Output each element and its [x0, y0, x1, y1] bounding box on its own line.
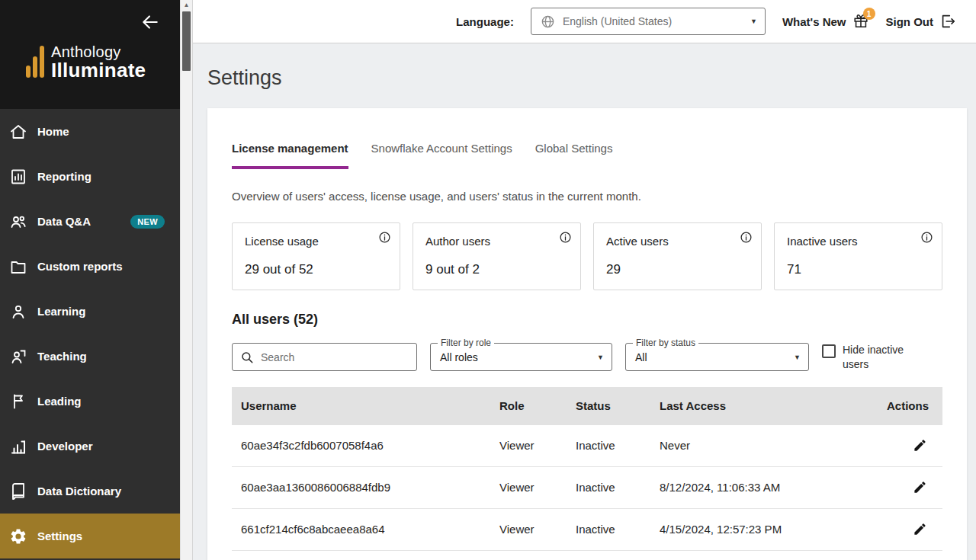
column-header-status: Status [573, 399, 657, 412]
cell-username: 661cf214cf6c8abcaeea8a64 [232, 523, 496, 536]
vertical-scrollbar[interactable]: ▲ [180, 0, 193, 560]
table-header-row: UsernameRoleStatusLast AccessActions [232, 387, 942, 425]
table-row: 60ae3aa1360086006884fdb9ViewerInactive8/… [232, 467, 942, 509]
sidebar-item-label: Home [37, 125, 69, 138]
sidebar-item-label: Data Dictionary [37, 485, 121, 498]
filter-by-status-select[interactable]: Filter by status All ▼ [625, 343, 809, 371]
search-icon [240, 350, 254, 364]
sidebar-item-leading[interactable]: Leading [0, 379, 180, 424]
gift-icon: 1 [852, 13, 869, 30]
filter-by-status-label: Filter by status [633, 338, 698, 348]
hide-inactive-checkbox[interactable] [822, 344, 836, 358]
teaching-icon [9, 347, 27, 366]
edit-user-button[interactable] [911, 520, 929, 538]
sidebar-item-settings[interactable]: Settings [0, 514, 180, 558]
tab-snowflake-account-settings[interactable]: Snowflake Account Settings [371, 142, 512, 169]
sidebar-item-developer[interactable]: Developer [0, 424, 180, 469]
cell-role: Viewer [496, 523, 573, 536]
learning-icon [9, 302, 27, 321]
tab-description: Overview of users' access, license usage… [232, 190, 942, 203]
info-icon[interactable] [378, 231, 391, 244]
column-header-actions: Actions [877, 399, 942, 412]
language-value: English (United States) [563, 15, 672, 27]
sidebar-item-label: Developer [37, 440, 93, 453]
stat-label: Active users [606, 235, 749, 248]
edit-user-button[interactable] [911, 478, 929, 496]
collapse-sidebar-arrow-icon[interactable] [140, 12, 160, 32]
brand-logo: Anthology Illuminate [26, 44, 146, 81]
cell-status: Inactive [573, 481, 657, 494]
stat-value: 9 out of 2 [425, 262, 568, 277]
column-header-last-access: Last Access [657, 399, 877, 412]
language-select[interactable]: English (United States) ▼ [531, 8, 766, 35]
sidebar-item-custom-reports[interactable]: Custom reports [0, 244, 180, 289]
sign-out-icon [939, 13, 956, 30]
tab-license-management[interactable]: License management [232, 142, 348, 169]
sidebar-item-home[interactable]: Home [0, 109, 180, 154]
sign-out-label: Sign Out [886, 15, 934, 28]
anthology-logo-icon [26, 46, 44, 81]
sidebar-item-reporting[interactable]: Reporting [0, 154, 180, 199]
cell-last-access: 4/15/2024, 12:57:23 PM [657, 523, 877, 536]
chevron-down-icon: ▼ [597, 354, 604, 361]
stat-label: Author users [425, 235, 568, 248]
brand-line1: Anthology [51, 44, 146, 60]
sidebar-item-learning[interactable]: Learning [0, 289, 180, 334]
stat-card-inactive-users: Inactive users71 [774, 222, 942, 290]
stat-label: License usage [245, 235, 387, 248]
chevron-down-icon: ▼ [794, 354, 801, 361]
reporting-icon [9, 168, 27, 186]
stat-label: Inactive users [787, 235, 929, 248]
all-users-heading: All users (52) [232, 312, 942, 328]
topbar: Language: English (United States) ▼ What… [193, 0, 976, 43]
stat-card-author-users: Author users9 out of 2 [413, 222, 581, 290]
sidebar-item-data-dictionary[interactable]: Data Dictionary [0, 469, 180, 514]
table-row: 661cf214cf6c8abcaeea8a64ViewerInactive4/… [232, 509, 942, 551]
edit-user-button[interactable] [911, 437, 929, 454]
table-row: 60ae34f3c2fdb6007058f4a6ViewerInactiveNe… [232, 425, 942, 467]
main-content: Settings License managementSnowflake Acc… [193, 43, 976, 560]
cell-actions [877, 520, 942, 539]
sidebar-item-label: Learning [37, 305, 85, 318]
cell-last-access: 8/12/2024, 11:06:33 AM [657, 481, 877, 494]
edit-pencil-icon [913, 480, 927, 494]
sidebar-item-label: Reporting [37, 170, 92, 183]
info-icon[interactable] [559, 231, 572, 244]
stat-value: 29 [606, 262, 749, 277]
hide-inactive-users-toggle[interactable]: Hide inactive users [822, 343, 920, 372]
cell-actions [877, 437, 942, 455]
sidebar-item-label: Teaching [37, 350, 87, 363]
info-icon[interactable] [920, 231, 933, 244]
stat-card-active-users: Active users29 [593, 222, 762, 290]
search-box[interactable] [232, 343, 417, 371]
sidebar-item-teaching[interactable]: Teaching [0, 334, 180, 379]
stat-value: 71 [787, 262, 929, 277]
data-dictionary-icon [9, 482, 27, 501]
whats-new-button[interactable]: What's New 1 [782, 13, 869, 30]
sidebar-item-label: Custom reports [37, 260, 123, 273]
scrollbar-thumb[interactable] [182, 11, 191, 71]
sidebar: Anthology Illuminate HomeReportingData Q… [0, 0, 180, 560]
page-title: Settings [207, 66, 967, 90]
stat-value: 29 out of 52 [245, 262, 387, 277]
sidebar-nav: HomeReportingData Q&ANEWCustom reportsLe… [0, 109, 180, 560]
column-header-role: Role [496, 399, 573, 412]
sidebar-item-label: Settings [37, 530, 82, 542]
whats-new-label: What's New [782, 15, 846, 28]
language-label: Language: [456, 15, 514, 28]
filter-by-role-select[interactable]: Filter by role All roles ▼ [430, 343, 612, 371]
tab-global-settings[interactable]: Global Settings [535, 142, 613, 169]
filter-by-status-value: All [635, 351, 647, 363]
sidebar-item-data-q-a[interactable]: Data Q&ANEW [0, 199, 180, 244]
scroll-up-arrow-icon[interactable]: ▲ [181, 2, 192, 8]
cell-username: 60ae34f3c2fdb6007058f4a6 [232, 439, 496, 452]
filter-row: Filter by role All roles ▼ Filter by sta… [232, 343, 942, 372]
info-icon[interactable] [740, 231, 753, 244]
new-badge: NEW [130, 215, 165, 229]
data-qa-icon [9, 213, 27, 231]
brand-line2: Illuminate [51, 60, 146, 81]
tab-bar: License managementSnowflake Account Sett… [232, 142, 942, 170]
sign-out-button[interactable]: Sign Out [886, 13, 957, 30]
globe-icon [541, 14, 555, 29]
search-input[interactable] [261, 351, 409, 363]
